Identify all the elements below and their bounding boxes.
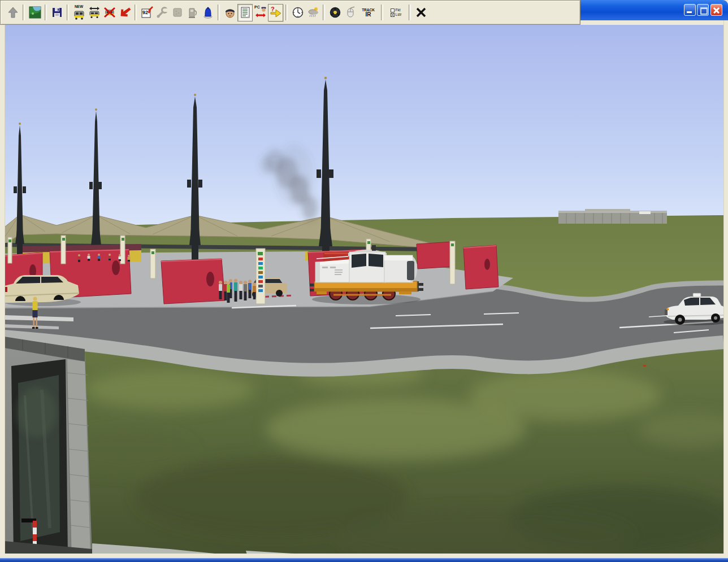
terrain-map-button[interactable]	[27, 4, 42, 21]
steering-wheel-icon	[329, 6, 341, 19]
wrench-button[interactable]	[154, 4, 170, 21]
checkbox-toggle-button[interactable]: Fkt Lstr	[385, 4, 406, 21]
toolbar-separator	[323, 5, 325, 20]
pad-icon	[171, 6, 184, 19]
trackir-line2: IR	[362, 12, 375, 18]
weather-icon	[307, 6, 319, 19]
vehicle-cross-icon	[103, 6, 116, 19]
window-border-right	[723, 20, 728, 557]
3d-viewport[interactable]	[0, 0, 728, 562]
calendar-92-button[interactable]: 92	[139, 4, 154, 21]
red-arrow-button[interactable]	[117, 4, 132, 21]
blue-cone-button[interactable]	[200, 4, 215, 21]
toolbar-separator	[285, 5, 288, 20]
mouse-icon	[344, 6, 357, 19]
checkbox-row-lstr: Lstr	[391, 12, 402, 17]
red-arrow-icon	[119, 6, 131, 19]
steering-wheel-button[interactable]	[327, 4, 343, 21]
pad-button[interactable]	[170, 4, 185, 21]
new-badge-label: NEW	[72, 5, 86, 8]
trackir-button[interactable]: TRACK IR	[358, 4, 379, 21]
question-label: ?	[271, 6, 275, 12]
toolbar-separator	[45, 5, 47, 20]
checkbox-unchecked-icon	[391, 8, 395, 12]
vehicle-move-button[interactable]	[86, 4, 102, 21]
checkbox-label-lstr: Lstr	[396, 12, 402, 17]
driver-face-icon	[224, 6, 236, 19]
weather-button[interactable]	[305, 4, 320, 21]
trackir-text-icon: TRACK IR	[362, 8, 375, 18]
mouse-button[interactable]	[343, 4, 358, 21]
pc-label: PC	[254, 5, 260, 9]
save-button[interactable]	[49, 4, 64, 21]
minimize-button[interactable]	[684, 4, 696, 16]
distant-concrete-wall	[558, 209, 667, 224]
checkbox-list-icon: Fkt Lstr	[391, 8, 402, 17]
maximize-button[interactable]	[697, 4, 709, 16]
checkbox-checked-icon	[391, 13, 395, 17]
terrain-map-icon	[29, 6, 41, 19]
toolbar-separator	[135, 5, 137, 20]
window-border-top	[580, 20, 723, 25]
list-panel-button[interactable]	[237, 4, 253, 21]
advertising-pillar-large	[256, 249, 265, 304]
question-arrow-button[interactable]: ?	[268, 4, 283, 21]
clock-icon	[292, 6, 304, 19]
wrench-icon	[156, 6, 168, 19]
toolbar-separator	[218, 5, 220, 20]
checkbox-row-fkt: Fkt	[391, 8, 402, 12]
toolbar-separator	[409, 5, 411, 20]
window-bottom-bar	[0, 558, 728, 562]
close-button[interactable]	[710, 4, 722, 16]
driver-face-button[interactable]	[222, 4, 237, 21]
vehicle-arrows-icon	[88, 6, 101, 19]
pc-switch-button[interactable]: PC	[253, 4, 268, 21]
toolbar-separator	[67, 5, 69, 20]
toolbar-separator	[381, 5, 383, 20]
window-border-left	[0, 25, 5, 557]
close-x-icon	[415, 6, 427, 19]
blue-cone-icon	[202, 6, 214, 19]
toolbar-separator	[23, 5, 25, 20]
vehicle-delete-button[interactable]	[102, 4, 117, 21]
vehicle-new-button[interactable]: NEW	[71, 4, 86, 21]
calendar-92-label: 92	[142, 10, 148, 15]
toolbar-window: NEW	[0, 0, 580, 25]
checkbox-label-fkt: Fkt	[396, 8, 401, 12]
floppy-disk-icon	[51, 6, 63, 19]
close-toolbar-button[interactable]	[413, 4, 428, 21]
up-arrow-button[interactable]	[5, 4, 20, 21]
app-window: NEW	[0, 0, 728, 562]
list-panel-icon	[239, 6, 252, 19]
fuel-pump-icon	[187, 6, 199, 19]
fuel-pump-button[interactable]	[185, 4, 200, 21]
window-border-bottom	[0, 554, 728, 558]
up-arrow-icon	[7, 6, 19, 19]
clock-button[interactable]	[290, 4, 305, 21]
vehicle-new-icon	[73, 8, 85, 20]
